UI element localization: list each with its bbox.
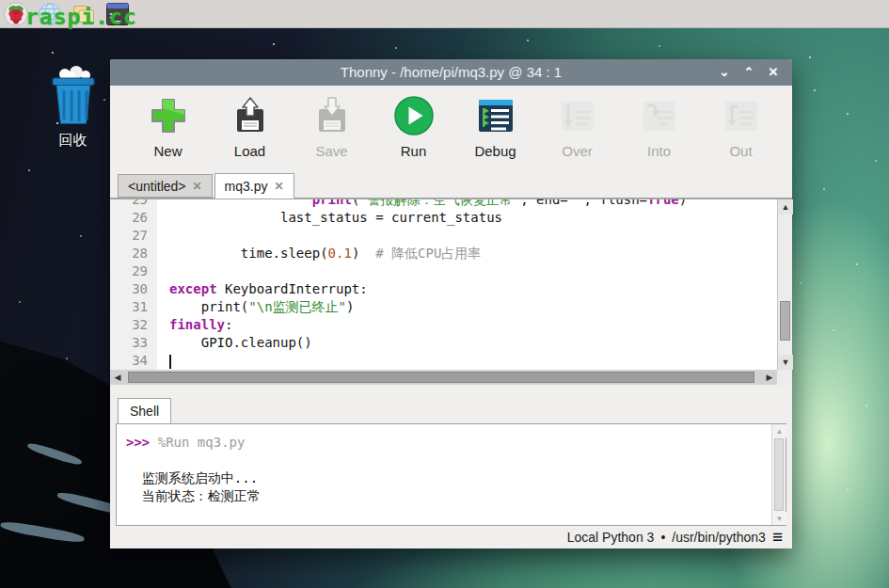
- scrollbar-thumb[interactable]: [780, 301, 790, 341]
- step-out-button: Out: [700, 86, 782, 171]
- run-button[interactable]: Run: [373, 86, 454, 171]
- statusbar: Local Python 3 • /usr/bin/python3 ≡: [110, 526, 792, 548]
- tab-shell[interactable]: Shell: [118, 398, 171, 423]
- recycle-bin[interactable]: 回收: [28, 66, 118, 150]
- load-button[interactable]: Load: [209, 86, 291, 171]
- text-cursor: [169, 355, 171, 369]
- debug-icon: [474, 94, 517, 137]
- scroll-down-arrow[interactable]: ▼: [778, 355, 793, 370]
- shell-tabbar: Shell: [110, 395, 792, 423]
- new-file-icon: [147, 94, 190, 137]
- close-tab-icon[interactable]: ✕: [274, 180, 283, 193]
- code-line: 29: [110, 262, 777, 280]
- statusbar-separator: •: [660, 530, 665, 545]
- save-button: Save: [291, 86, 373, 171]
- code-line: 27: [110, 227, 777, 245]
- tab-mq3-py[interactable]: mq3.py ✕: [214, 173, 294, 199]
- interpreter-label: Local Python 3: [567, 530, 655, 545]
- new-button[interactable]: New: [127, 86, 209, 171]
- code-editor[interactable]: 25 print("警报解除：空气恢复正常", end="", flush=Tr…: [110, 199, 792, 385]
- editor-vertical-scrollbar[interactable]: ▲ ▼: [777, 199, 792, 370]
- toolbar: New Load: [110, 86, 792, 171]
- interpreter-path: /usr/bin/python3: [672, 530, 766, 545]
- scrollbar-corner: [777, 370, 792, 385]
- scrollbar-thumb[interactable]: [774, 438, 784, 511]
- raspberry-menu-icon[interactable]: [3, 1, 28, 26]
- load-file-icon: [229, 94, 272, 137]
- editor-horizontal-scrollbar[interactable]: ◀ ▶: [110, 370, 777, 385]
- save-file-icon: [310, 94, 354, 137]
- shell-line: >>> %Run mq3.py: [126, 434, 771, 452]
- scroll-down-arrow[interactable]: ▼: [772, 512, 786, 525]
- editor-tabbar: <untitled> ✕ mq3.py ✕: [110, 171, 792, 199]
- watermark: raspi.cc: [25, 5, 137, 29]
- window-title: Thonny - /home/pi/mq3.py @ 34 : 1: [110, 59, 792, 86]
- step-into-button: Into: [618, 86, 700, 171]
- scroll-left-arrow[interactable]: ◀: [110, 370, 125, 385]
- desktop: >_ raspi.cc 回收 Thonny - /home/pi/mq3.py …: [0, 0, 889, 588]
- shell-scrollbar[interactable]: ▲ ▼: [771, 424, 786, 525]
- trash-can-icon: [48, 66, 99, 126]
- maximize-button[interactable]: ⌃: [741, 65, 756, 80]
- minimize-button[interactable]: ⌄: [717, 65, 732, 80]
- scroll-right-arrow[interactable]: ▶: [762, 370, 777, 385]
- editor-lines: 25 print("警报解除：空气恢复正常", end="", flush=Tr…: [110, 199, 777, 370]
- step-over-button: Over: [536, 86, 618, 171]
- step-out-icon: [720, 94, 763, 137]
- shell-output: >>> %Run mq3.py 监测系统启动中... 当前状态：检测正常: [117, 424, 771, 525]
- step-into-icon: [638, 94, 681, 137]
- code-line: 26 last_status = current_status: [110, 209, 777, 227]
- step-over-icon: [556, 94, 599, 137]
- close-button[interactable]: ✕: [766, 65, 781, 80]
- scrollbar-thumb[interactable]: [128, 372, 754, 383]
- tab-untitled[interactable]: <untitled> ✕: [118, 174, 213, 198]
- close-tab-icon[interactable]: ✕: [193, 180, 202, 193]
- thonny-window: Thonny - /home/pi/mq3.py @ 34 : 1 ⌄ ⌃ ✕ …: [110, 59, 792, 548]
- recycle-bin-label: 回收: [28, 132, 118, 150]
- titlebar[interactable]: Thonny - /home/pi/mq3.py @ 34 : 1 ⌄ ⌃ ✕: [110, 59, 792, 86]
- scroll-up-arrow[interactable]: ▲: [772, 424, 786, 437]
- code-line: 32finally:: [110, 316, 777, 334]
- scroll-up-arrow[interactable]: ▲: [778, 199, 793, 215]
- shell-line: 当前状态：检测正常: [126, 487, 771, 505]
- code-line: 31 print("\n监测已终止"): [110, 298, 777, 316]
- run-icon: [392, 94, 436, 137]
- code-line: 33 GPIO.cleanup(): [110, 334, 777, 352]
- shell-panel[interactable]: >>> %Run mq3.py 监测系统启动中... 当前状态：检测正常 ▲ ▼: [116, 423, 786, 526]
- code-line: 30except KeyboardInterrupt:: [110, 280, 777, 298]
- menu-icon[interactable]: ≡: [772, 528, 783, 547]
- code-line: 25 print("警报解除：空气恢复正常", end="", flush=Tr…: [110, 199, 777, 209]
- debug-button[interactable]: Debug: [454, 86, 536, 171]
- code-line: 34: [110, 352, 777, 370]
- shell-line: 监测系统启动中...: [126, 469, 771, 487]
- code-line: 28 time.sleep(0.1) # 降低CPU占用率: [110, 245, 777, 262]
- shell-line: [126, 452, 771, 469]
